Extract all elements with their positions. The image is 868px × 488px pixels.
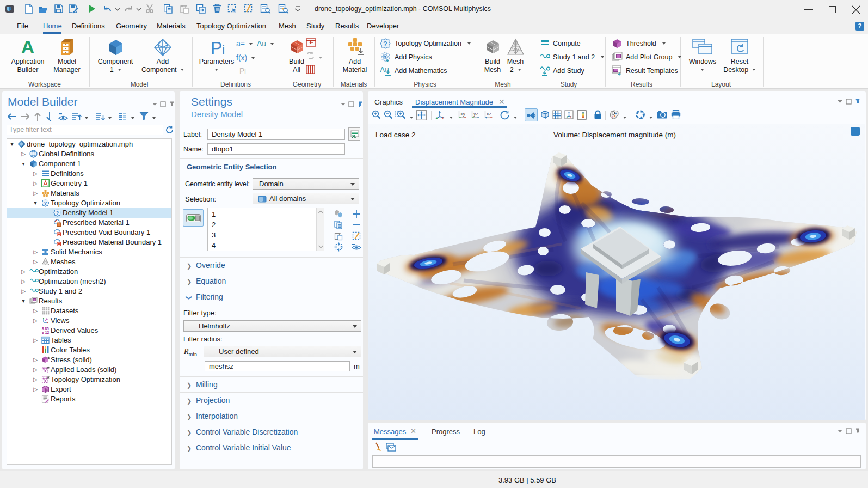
svg-text:8.85: 8.85: [42, 327, 49, 331]
svg-text:?: ?: [383, 40, 387, 48]
svg-text:e-12: e-12: [42, 331, 49, 334]
svg-text:xz: xz: [487, 111, 492, 117]
svg-text:xy: xy: [460, 111, 466, 117]
svg-text:?: ?: [56, 210, 59, 216]
svg-text:yz: yz: [473, 111, 479, 117]
svg-text:?: ?: [44, 200, 47, 206]
